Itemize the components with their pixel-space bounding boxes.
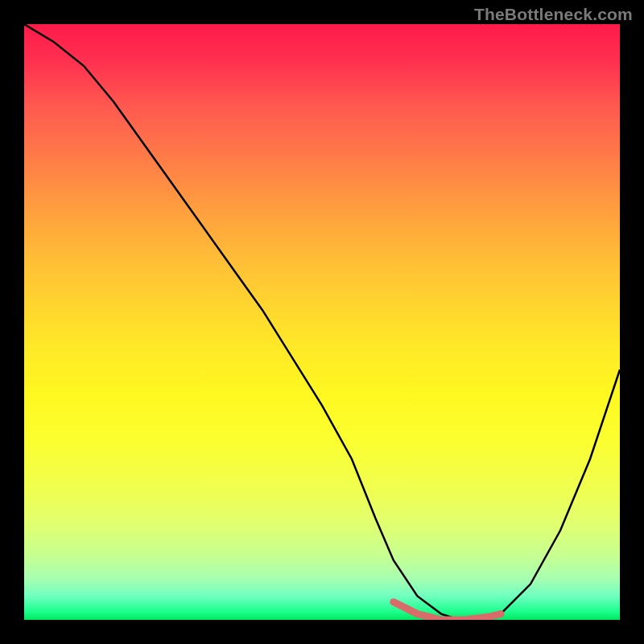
chart-svg	[24, 24, 620, 620]
watermark-label: TheBottleneck.com	[474, 5, 633, 24]
optimal-range-highlight-path	[394, 602, 501, 620]
plot-area	[24, 24, 620, 620]
bottleneck-curve-path	[24, 24, 620, 620]
bottleneck-chart: TheBottleneck.com	[0, 0, 644, 644]
